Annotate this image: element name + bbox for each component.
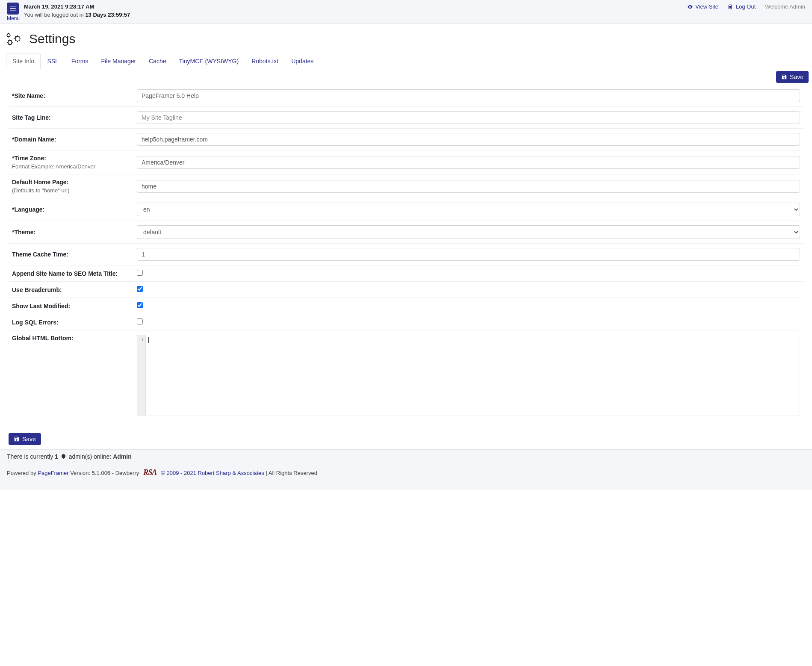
- tab-cache[interactable]: Cache: [142, 53, 172, 69]
- logout-countdown: You will be logged out in 13 Days 23:59:…: [24, 12, 130, 18]
- menu-label: Menu: [7, 15, 20, 21]
- tab-updates[interactable]: Updates: [285, 53, 320, 69]
- logout-icon: [728, 4, 734, 10]
- editor-gutter: 1: [137, 335, 146, 416]
- page-title: Settings: [29, 32, 75, 46]
- last-modified-checkbox[interactable]: [137, 302, 143, 308]
- admins-online: There is currently 1 admin(s) online: Ad…: [0, 449, 812, 464]
- current-datetime: March 19, 2021 9:28:17 AM: [24, 3, 130, 10]
- tab-tinymce[interactable]: TinyMCE (WYSIWYG): [173, 53, 245, 69]
- eye-icon: [687, 4, 693, 10]
- page-heading: Settings: [0, 24, 812, 53]
- label-html-bottom: Global HTML Bottom:: [9, 335, 137, 342]
- shield-icon: [61, 454, 66, 460]
- log-out-link[interactable]: Log Out: [728, 3, 756, 10]
- label-theme: *Theme:: [9, 229, 137, 236]
- label-breadcrumb: Use Breadcrumb:: [9, 286, 137, 293]
- gears-icon: [4, 29, 23, 48]
- breadcrumb-checkbox[interactable]: [137, 286, 143, 292]
- view-site-link[interactable]: View Site: [687, 3, 718, 10]
- label-last-modified: Show Last Modified:: [9, 303, 137, 309]
- html-bottom-editor[interactable]: 1: [137, 335, 800, 416]
- homepage-input[interactable]: [137, 180, 800, 193]
- top-bar: Menu March 19, 2021 9:28:17 AM You will …: [0, 0, 812, 24]
- domain-input[interactable]: [137, 133, 800, 146]
- label-site-name: *Site Name:: [9, 92, 137, 99]
- rsa-logo: RSA: [143, 468, 156, 477]
- hamburger-icon: [9, 5, 17, 12]
- tab-forms[interactable]: Forms: [65, 53, 95, 69]
- tab-ssl[interactable]: SSL: [41, 53, 65, 69]
- seo-title-checkbox[interactable]: [137, 270, 143, 276]
- save-button-bottom[interactable]: Save: [9, 433, 41, 445]
- welcome-text: Welcome Admin: [765, 3, 805, 10]
- timezone-input[interactable]: [137, 156, 800, 169]
- tab-site-info[interactable]: Site Info: [6, 53, 41, 69]
- tag-line-input[interactable]: [137, 111, 800, 124]
- copyright-link[interactable]: © 2009 - 2021 Robert Sharp & Associates: [161, 470, 264, 476]
- label-tag-line: Site Tag Line:: [9, 114, 137, 121]
- tab-file-manager[interactable]: File Manager: [95, 53, 143, 69]
- log-sql-checkbox[interactable]: [137, 318, 143, 324]
- menu-button[interactable]: [7, 3, 19, 15]
- language-select[interactable]: en: [137, 203, 800, 216]
- editor-content[interactable]: [146, 335, 800, 416]
- settings-form: *Site Name: Site Tag Line: *Domain Name:…: [0, 85, 812, 429]
- label-homepage: Default Home Page: (Defaults to "home" u…: [9, 179, 137, 194]
- pageframer-link[interactable]: PageFramer: [38, 470, 68, 476]
- label-domain: *Domain Name:: [9, 136, 137, 143]
- footer: Powered by PageFramer Version: 5.1.006 -…: [0, 464, 812, 490]
- cache-time-input[interactable]: [137, 248, 800, 261]
- save-icon: [14, 436, 20, 442]
- tab-robots[interactable]: Robots.txt: [245, 53, 285, 69]
- label-timezone: *Time Zone: Format Example: America/Denv…: [9, 155, 137, 170]
- save-icon: [781, 74, 787, 80]
- site-name-input[interactable]: [137, 89, 800, 102]
- save-button-top[interactable]: Save: [776, 71, 809, 83]
- label-language: *Language:: [9, 206, 137, 213]
- settings-tabs: Site Info SSL Forms File Manager Cache T…: [0, 53, 812, 69]
- label-seo-title: Append Site Name to SEO Meta Title:: [9, 270, 137, 277]
- label-cache-time: Theme Cache Time:: [9, 251, 137, 258]
- label-log-sql: Log SQL Errors:: [9, 319, 137, 326]
- theme-select[interactable]: default: [137, 225, 800, 239]
